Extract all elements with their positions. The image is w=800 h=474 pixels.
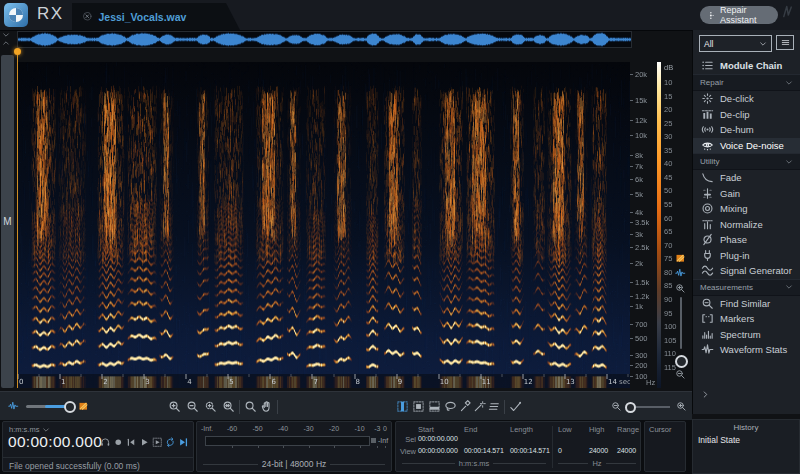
- repair-assistant-button[interactable]: Repair Assistant: [700, 6, 778, 24]
- level-meter-panel[interactable]: -Inf.-60-50-40-30-20-10-30 -Inf 24-bit |…: [196, 421, 392, 472]
- spectrogram-view-icon[interactable]: [675, 253, 686, 264]
- time-selection-tool[interactable]: [396, 400, 409, 413]
- chevron-down-icon: [785, 158, 793, 166]
- freq-range-value[interactable]: 24000: [589, 447, 608, 454]
- magnify-tool[interactable]: [244, 400, 257, 413]
- time-frequency-selection-tool[interactable]: [412, 400, 425, 413]
- db-tick-label: 25: [664, 119, 672, 128]
- top-bar: RX Jessi_Vocals.wav Repair Assistant: [0, 0, 800, 31]
- monitor-icon[interactable]: [100, 437, 111, 448]
- playhead-time-display[interactable]: 00:00:00.000: [8, 433, 102, 451]
- module-item-de-click[interactable]: De-click: [693, 91, 800, 107]
- freq-tick-label: 500: [635, 334, 648, 343]
- module-chain-item[interactable]: Module Chain: [693, 56, 800, 74]
- clip-indicator[interactable]: [371, 438, 376, 443]
- return-to-start-button[interactable]: [126, 437, 137, 448]
- zoom-fit-button[interactable]: [222, 400, 235, 413]
- module-menu-button[interactable]: [776, 35, 794, 50]
- play-button[interactable]: [139, 437, 150, 448]
- module-item-de-hum[interactable]: De-hum: [693, 122, 800, 138]
- db-tick-label: 55: [664, 200, 672, 209]
- meter-scale-label: -50: [252, 425, 262, 432]
- freq-range-value[interactable]: 24000: [617, 447, 636, 454]
- zoom-out-horizontal-icon[interactable]: [611, 401, 622, 412]
- module-item-voice-de-noise[interactable]: Voice De-noise: [693, 138, 800, 154]
- file-tab[interactable]: Jessi_Vocals.wav: [72, 3, 240, 30]
- module-item-gain[interactable]: Gain: [693, 186, 800, 202]
- peak-level-value: -Inf: [378, 437, 388, 444]
- module-item-label: Mixing: [720, 203, 747, 214]
- close-tab-icon[interactable]: [82, 11, 93, 22]
- zoom-out-vertical-icon[interactable]: [675, 369, 686, 380]
- sel-value[interactable]: 00:00:00.000: [418, 447, 458, 454]
- freq-range-value[interactable]: 0: [558, 447, 562, 454]
- db-tick-label: 105: [664, 336, 677, 345]
- module-item-normalize[interactable]: Normalize: [693, 217, 800, 233]
- sel-value[interactable]: 00:00:14.571: [464, 447, 504, 454]
- play-to-end-button[interactable]: [178, 437, 189, 448]
- transport-panel: h:m:s.ms 00:00:00.000 File opened succes…: [2, 421, 194, 472]
- section-header-utility[interactable]: Utility: [693, 153, 800, 170]
- module-item-spectrum[interactable]: Spectrum: [693, 327, 800, 343]
- module-item-mixing[interactable]: Mixing: [693, 201, 800, 217]
- magic-wand-tool[interactable]: [473, 400, 486, 413]
- spectrogram-blend-icon[interactable]: [78, 401, 89, 412]
- sel-value[interactable]: 00:00:00.000: [418, 435, 458, 442]
- waveform-view-icon[interactable]: [675, 268, 686, 279]
- meter-tick-mark: [334, 446, 335, 448]
- rx-app-window: RX Jessi_Vocals.wav Repair Assistant M 2…: [0, 0, 800, 474]
- db-tick-label: 20: [664, 105, 672, 114]
- module-item-plug-in[interactable]: Plug-in: [693, 248, 800, 264]
- frequency-selection-tool[interactable]: [428, 400, 441, 413]
- panel-expand-icon[interactable]: [701, 390, 710, 399]
- overview-waveform[interactable]: [17, 31, 632, 48]
- hand-tool[interactable]: [260, 400, 273, 413]
- playhead-marker[interactable]: [14, 48, 21, 55]
- play-selection-button[interactable]: [152, 437, 163, 448]
- sel-value[interactable]: 00:00:14.571: [510, 447, 550, 454]
- horizontal-zoom-knob[interactable]: [625, 402, 636, 413]
- meter-tick-mark: [360, 446, 361, 448]
- section-header-repair[interactable]: Repair: [693, 74, 800, 91]
- module-item-find-similar[interactable]: Find Similar: [693, 296, 800, 312]
- frequency-unit-label: Hz: [646, 378, 655, 387]
- module-item-label: Find Similar: [720, 298, 770, 309]
- module-item-label: De-hum: [720, 124, 754, 135]
- zoom-in-horizontal-icon[interactable]: [676, 401, 687, 412]
- instant-process-tool[interactable]: [487, 400, 500, 413]
- module-filter-dropdown[interactable]: All: [699, 35, 772, 52]
- module-item-de-clip[interactable]: De-clip: [693, 107, 800, 123]
- zoom-in-vertical-icon[interactable]: [675, 283, 686, 294]
- vertical-zoom-slider[interactable]: [680, 297, 682, 349]
- waveform-blend-icon[interactable]: [8, 401, 19, 412]
- module-item-label: De-clip: [720, 109, 750, 120]
- meter-scale-label: -60: [227, 425, 237, 432]
- lasso-tool[interactable]: [444, 400, 457, 413]
- section-header-measurements[interactable]: Measurements: [693, 279, 800, 296]
- gain-icon: [701, 187, 714, 200]
- overview-collapse-control[interactable]: [2, 31, 10, 47]
- module-item-waveform-stats[interactable]: Waveform Stats: [693, 342, 800, 358]
- zoom-selection-button[interactable]: [204, 400, 217, 413]
- vertical-zoom-knob[interactable]: [675, 355, 688, 368]
- channel-strip[interactable]: M: [1, 55, 14, 388]
- blend-slider-knob[interactable]: [64, 401, 76, 413]
- module-item-phase[interactable]: Phase: [693, 232, 800, 248]
- draw-curve-tool[interactable]: [509, 400, 522, 413]
- module-item-label: Normalize: [720, 219, 763, 230]
- module-item-markers[interactable]: Markers: [693, 311, 800, 327]
- db-colorbar[interactable]: [657, 62, 661, 388]
- loop-button[interactable]: [165, 437, 176, 448]
- siggen-icon: [701, 264, 714, 277]
- zoom-in-button[interactable]: [168, 400, 181, 413]
- brush-tool[interactable]: [459, 400, 472, 413]
- sel-col-header: Length: [510, 425, 533, 434]
- history-item[interactable]: Initial State: [693, 432, 799, 445]
- status-message: File opened successfully (0.00 ms): [3, 458, 193, 471]
- module-item-fade[interactable]: Fade: [693, 170, 800, 186]
- db-tick-label: 90: [664, 295, 672, 304]
- module-item-signal-generator[interactable]: Signal Generator: [693, 263, 800, 279]
- zoom-out-button[interactable]: [186, 400, 199, 413]
- spectrogram-canvas[interactable]: [17, 62, 630, 388]
- record-button[interactable]: [113, 437, 124, 448]
